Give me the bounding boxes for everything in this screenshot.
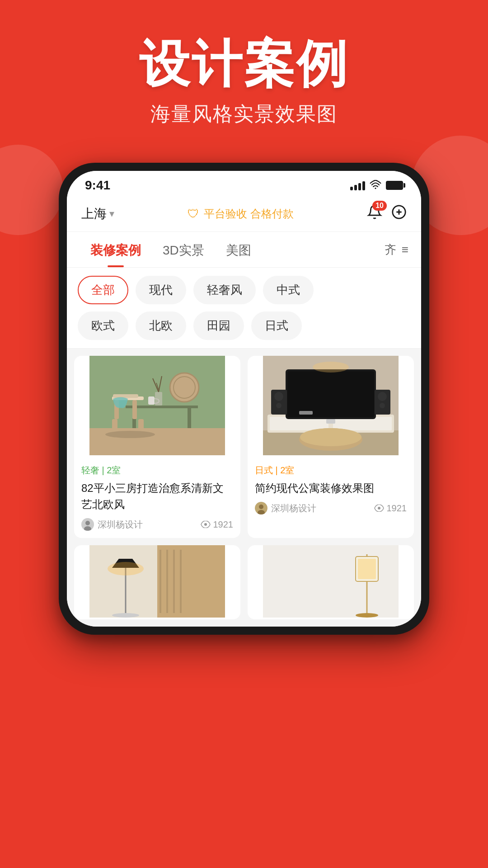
svg-point-9 xyxy=(170,373,199,402)
app-header: 上海 ▾ 🛡 平台验收 合格付款 10 xyxy=(67,196,421,232)
shield-icon: 🛡 xyxy=(188,207,199,221)
card-1-avatar xyxy=(81,518,94,531)
status-bar: 9:41 xyxy=(67,171,421,196)
filter-row-1: 全部 现代 轻奢风 中式 xyxy=(78,276,410,304)
tab-decoration-cases[interactable]: 装修案例 xyxy=(80,232,152,267)
card-2-image xyxy=(248,356,414,455)
location-chevron: ▾ xyxy=(109,208,114,220)
battery-icon xyxy=(386,181,403,190)
card-1-image xyxy=(74,356,240,455)
svg-point-53 xyxy=(108,562,144,576)
svg-rect-55 xyxy=(160,550,161,613)
svg-point-37 xyxy=(274,392,283,401)
svg-rect-20 xyxy=(113,394,138,398)
svg-rect-34 xyxy=(287,371,374,417)
svg-point-38 xyxy=(276,403,282,408)
svg-point-45 xyxy=(300,428,361,446)
svg-rect-56 xyxy=(166,550,168,613)
svg-rect-35 xyxy=(326,419,335,424)
location-selector[interactable]: 上海 ▾ xyxy=(81,205,114,222)
content-grid: 轻奢 | 2室 82平小三房打造治愈系清新文艺北欧风 深圳杨设计 xyxy=(67,349,421,545)
card-1-tag: 轻奢 | 2室 xyxy=(81,464,233,476)
design-card-1[interactable]: 轻奢 | 2室 82平小三房打造治愈系清新文艺北欧风 深圳杨设计 xyxy=(74,356,240,538)
bottom-cards xyxy=(67,545,421,627)
svg-point-0 xyxy=(375,188,376,189)
bottom-card-2-image xyxy=(248,545,414,618)
svg-point-52 xyxy=(112,613,139,618)
svg-point-41 xyxy=(380,403,385,408)
svg-point-61 xyxy=(356,613,378,618)
svg-rect-21 xyxy=(148,396,155,405)
signal-icon xyxy=(350,180,365,190)
status-time: 9:41 xyxy=(85,178,110,193)
card-1-author: 深圳杨设计 xyxy=(81,518,143,531)
badge-label: 平台验收 合格付款 xyxy=(204,207,294,221)
svg-rect-63 xyxy=(358,559,376,579)
svg-rect-58 xyxy=(180,550,182,613)
tab-3d-scenes[interactable]: 3D实景 xyxy=(152,232,215,267)
notification-badge: 10 xyxy=(372,201,387,211)
card-2-author: 深圳杨设计 xyxy=(255,502,316,514)
tab-bar: 装修案例 3D实景 美图 齐 ≡ xyxy=(67,232,421,268)
filter-pastoral[interactable]: 田园 xyxy=(193,311,244,340)
hero-section: 设计案例 海量风格实景效果图 xyxy=(0,0,488,155)
location-text: 上海 xyxy=(81,205,107,222)
svg-point-47 xyxy=(259,505,263,509)
filter-luxury[interactable]: 轻奢风 xyxy=(193,276,256,304)
bottom-card-1[interactable] xyxy=(74,545,240,619)
svg-point-43 xyxy=(313,362,349,373)
svg-point-26 xyxy=(204,523,207,526)
notification-button[interactable]: 10 xyxy=(367,204,382,223)
card-2-views: 1921 xyxy=(374,503,407,514)
filter-european[interactable]: 欧式 xyxy=(78,311,128,340)
card-1-title: 82平小三房打造治愈系清新文艺北欧风 xyxy=(81,480,233,513)
filter-chinese[interactable]: 中式 xyxy=(263,276,314,304)
card-2-body: 日式 | 2室 简约现代公寓装修效果图 深圳杨设计 19 xyxy=(248,457,414,522)
tab-more[interactable]: 齐 ≡ xyxy=(385,242,408,258)
filter-modern[interactable]: 现代 xyxy=(136,276,186,304)
svg-rect-19 xyxy=(132,400,137,419)
card-2-avatar xyxy=(255,502,267,514)
hamburger-icon: ≡ xyxy=(402,243,408,257)
filter-nordic[interactable]: 北欧 xyxy=(136,311,186,340)
add-button[interactable] xyxy=(391,204,407,223)
card-1-body: 轻奢 | 2室 82平小三房打造治愈系清新文艺北欧风 深圳杨设计 xyxy=(74,457,240,538)
svg-rect-8 xyxy=(188,408,191,428)
svg-point-49 xyxy=(378,507,380,509)
header-actions: 10 xyxy=(367,204,407,223)
card-1-footer: 深圳杨设计 1921 xyxy=(81,518,233,531)
svg-rect-5 xyxy=(89,428,225,455)
tab-beautiful-pics[interactable]: 美图 xyxy=(215,232,262,267)
filter-japanese[interactable]: 日式 xyxy=(251,311,302,340)
card-1-views: 1921 xyxy=(201,519,234,530)
filter-section: 全部 现代 轻奢风 中式 欧式 xyxy=(67,268,421,349)
hero-title: 设计案例 xyxy=(0,36,488,92)
bg-decoration-left xyxy=(0,145,63,235)
phone-outer: 9:41 上海 ▾ xyxy=(59,163,429,635)
bottom-card-1-image xyxy=(74,545,240,618)
card-2-footer: 深圳杨设计 1921 xyxy=(255,502,407,514)
hero-subtitle: 海量风格实景效果图 xyxy=(0,101,488,127)
header-badge: 🛡 平台验收 合格付款 xyxy=(114,207,367,221)
filter-all[interactable]: 全部 xyxy=(78,276,128,304)
wifi-icon xyxy=(370,180,381,191)
svg-rect-42 xyxy=(299,411,313,415)
phone-mockup: 9:41 上海 ▾ xyxy=(59,163,429,635)
status-icons xyxy=(350,180,403,191)
svg-rect-59 xyxy=(263,545,399,618)
design-card-2[interactable]: 日式 | 2室 简约现代公寓装修效果图 深圳杨设计 19 xyxy=(248,356,414,538)
card-2-tag: 日式 | 2室 xyxy=(255,464,407,476)
card-2-title: 简约现代公寓装修效果图 xyxy=(255,480,407,496)
svg-point-40 xyxy=(378,392,387,401)
svg-rect-57 xyxy=(173,550,175,613)
filter-row-2: 欧式 北欧 田园 日式 xyxy=(78,311,410,340)
bottom-card-2[interactable] xyxy=(248,545,414,619)
svg-point-24 xyxy=(85,521,90,525)
svg-point-22 xyxy=(105,431,155,438)
phone-inner: 9:41 上海 ▾ xyxy=(67,171,421,627)
